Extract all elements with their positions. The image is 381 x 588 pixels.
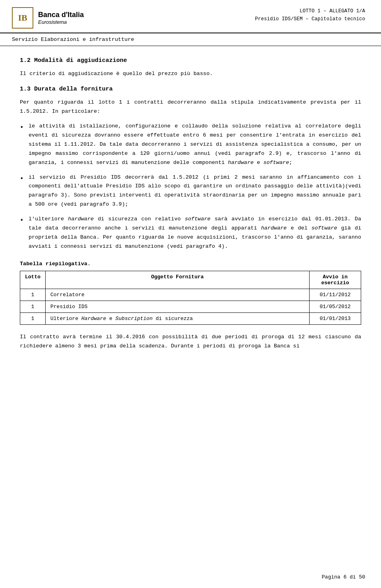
- table-row: 1 Ulteriore Hardware e Subscription di s…: [20, 313, 361, 325]
- table-title: Tabella riepilogativa.: [20, 261, 361, 267]
- sub-header: Servizio Elaborazioni e infrastrutture: [0, 33, 381, 46]
- header-right: LOTTO 1 – ALLEGATO 1/A Presidio IDS/SEM …: [255, 7, 365, 23]
- section-13-intro: Per quanto riguarda il lotto 1 i contrat…: [20, 98, 361, 116]
- bullet-item-2: • il servizio di Presidio IDS decorrerà …: [20, 173, 361, 210]
- bullet-item-1: • le attività di istallazione, configura…: [20, 122, 361, 168]
- table-row: 1 Correlatore 01/11/2012: [20, 289, 361, 301]
- bullet-text-1: le attività di istallazione, configurazi…: [29, 122, 361, 168]
- col-oggetto: Oggetto Fornitura: [46, 271, 310, 289]
- bullet-text-2: il servizio di Presidio IDS decorrerà da…: [29, 173, 361, 210]
- bullet-dot-3: •: [20, 216, 29, 225]
- footer: Pagina 6 di 50: [322, 574, 365, 580]
- col-lotto: Lotto: [20, 271, 46, 289]
- table-row: 1 Presidio IDS 01/05/2012: [20, 301, 361, 313]
- page-container: IB Banca d'Italia Eurosistema LOTTO 1 – …: [0, 0, 381, 588]
- bullet-dot-1: •: [20, 123, 29, 132]
- doc-ref-line1: LOTTO 1 – ALLEGATO 1/A: [255, 7, 365, 15]
- closing-paragraph: Il contratto avrà termine il 30.4.2016 c…: [20, 333, 361, 351]
- row1-avvio: 01/11/2012: [310, 289, 361, 301]
- row3-lotto: 1: [20, 313, 46, 325]
- row3-avvio: 01/01/2013: [310, 313, 361, 325]
- bullet-item-3: • l'ulteriore hardware di sicurezza con …: [20, 215, 361, 251]
- header: IB Banca d'Italia Eurosistema LOTTO 1 – …: [0, 0, 381, 33]
- section-12: 1.2 Modalità di aggiudicazione Il criter…: [20, 57, 361, 79]
- bank-logo: IB: [12, 7, 33, 29]
- service-label: Servizio Elaborazioni e infrastrutture: [12, 37, 134, 42]
- row2-avvio: 01/05/2012: [310, 301, 361, 313]
- bullet-list: • le attività di istallazione, configura…: [20, 122, 361, 251]
- section-12-paragraph: Il criterio di aggiudicazione è quello d…: [20, 69, 361, 79]
- row1-lotto: 1: [20, 289, 46, 301]
- page-info: Pagina 6 di 50: [322, 574, 365, 580]
- doc-ref-line2: Presidio IDS/SEM – Capitolato tecnico: [255, 15, 365, 23]
- section-13-title: 1.3 Durata della fornitura: [20, 86, 361, 93]
- logo-letters: IB: [18, 13, 27, 23]
- col-avvio: Avvio inesercizio: [310, 271, 361, 289]
- section-12-title: 1.2 Modalità di aggiudicazione: [20, 57, 361, 64]
- row3-oggetto: Ulteriore Hardware e Subscription di sic…: [46, 313, 310, 325]
- bank-title: Banca d'Italia: [38, 11, 84, 19]
- row2-oggetto: Presidio IDS: [46, 301, 310, 313]
- section-13: 1.3 Durata della fornitura Per quanto ri…: [20, 86, 361, 251]
- bank-subtitle: Eurosistema: [38, 19, 84, 25]
- table-section: Tabella riepilogativa. Lotto Oggetto For…: [20, 261, 361, 325]
- header-left: IB Banca d'Italia Eurosistema: [12, 7, 84, 29]
- bullet-dot-2: •: [20, 174, 29, 183]
- supply-table: Lotto Oggetto Fornitura Avvio inesercizi…: [20, 271, 361, 325]
- bank-name-block: Banca d'Italia Eurosistema: [38, 11, 84, 25]
- bullet-text-3: l'ulteriore hardware di sicurezza con re…: [29, 215, 361, 251]
- row2-lotto: 1: [20, 301, 46, 313]
- main-content: 1.2 Modalità di aggiudicazione Il criter…: [0, 46, 381, 380]
- table-header-row: Lotto Oggetto Fornitura Avvio inesercizi…: [20, 271, 361, 289]
- row1-oggetto: Correlatore: [46, 289, 310, 301]
